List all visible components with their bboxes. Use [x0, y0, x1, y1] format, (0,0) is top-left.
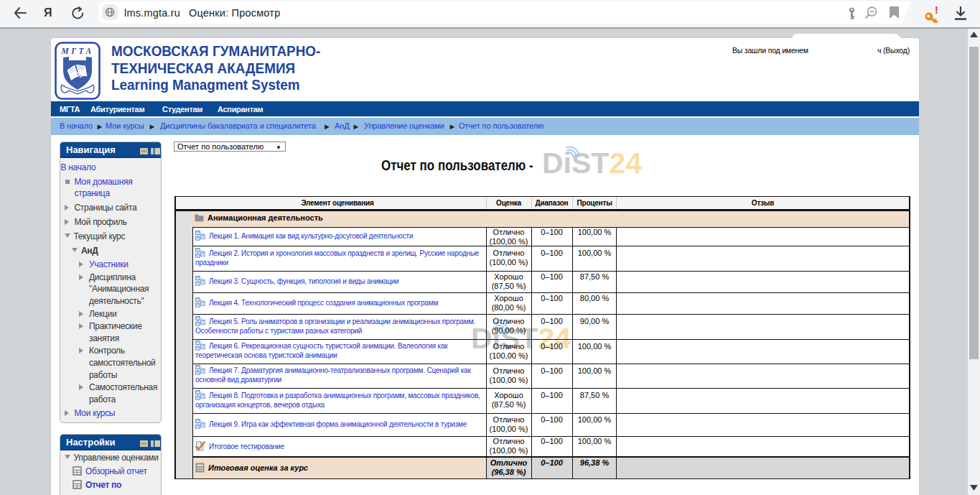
svg-text:!: ! [935, 5, 938, 16]
svg-text:МГТА: МГТА [60, 47, 93, 55]
